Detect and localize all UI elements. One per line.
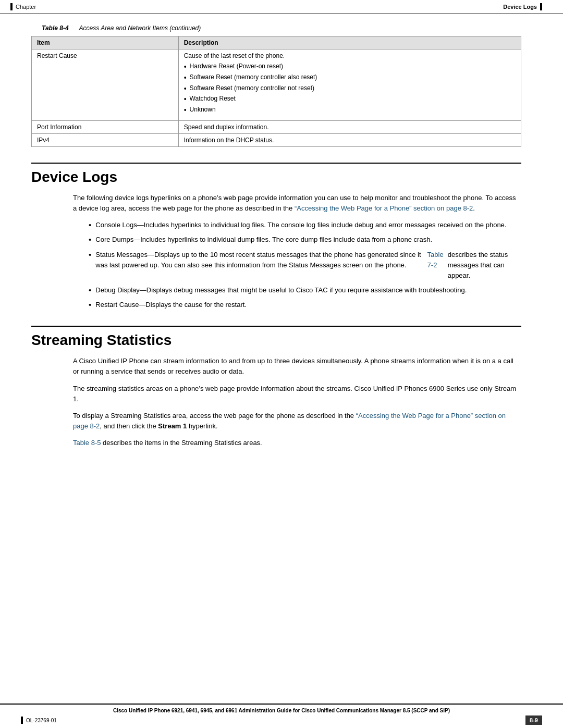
footer-doc-number: OL-23769-01 [26,718,57,723]
bullet-3-link[interactable]: Table 7-2 [427,250,444,270]
main-content: Table 8-4 Access Area and Network Items … [0,14,563,465]
header-left-bar-icon [10,3,13,10]
bullet-3-suffix: describes the status messages that can a… [448,250,521,281]
footer-left: OL-23769-01 [21,717,57,724]
streaming-para2: The streaming statistics areas on a phon… [31,384,521,404]
device-logs-bullet-2: Status Messages—Displays up to the 10 mo… [89,250,521,281]
table-bullet-item: Software Reset (memory controller also r… [184,72,516,83]
device-logs-bullet-0: Console Logs—Includes hyperlinks to indi… [89,220,521,230]
footer-bottom: OL-23769-01 8-9 [21,715,542,725]
streaming-para4-link[interactable]: Table 8-5 [73,439,101,447]
page-header: Chapter Device Logs [0,0,563,14]
streaming-para3: To display a Streaming Statistics area, … [31,411,521,431]
device-logs-heading: Device Logs [31,163,521,186]
streaming-para1: A Cisco Unified IP Phone can stream info… [31,356,521,377]
footer-main-text: Cisco Unified IP Phone 6921, 6941, 6945,… [21,708,542,713]
header-right-bar-icon [540,3,542,10]
table-bullet-item: Unknown [184,105,516,116]
streaming-para3-before: To display a Streaming Statistics area, … [73,412,356,419]
device-logs-para1-link[interactable]: “Accessing the Web Page for a Phone” sec… [295,204,473,212]
table-cell-desc-2: Information on the DHCP status. [178,133,521,146]
device-logs-bullet-3: Debug Display—Displays debug messages th… [89,285,521,295]
table-cell-item-0: Restart Cause [32,50,179,121]
footer-bar-icon [21,717,23,724]
table-cell-item-2: IPv4 [32,133,179,146]
footer-page-number: 8-9 [525,715,542,725]
streaming-para4-after: describes the items in the Streaming Sta… [101,439,262,447]
streaming-para4: Table 8-5 describes the items in the Str… [31,438,521,448]
col-header-item: Item [32,36,179,50]
table-caption: Table 8-4 Access Area and Network Items … [31,24,521,32]
access-area-table: Item Description Restart CauseCause of t… [31,36,521,147]
device-logs-bullet-list: Console Logs—Includes hyperlinks to indi… [31,220,521,310]
col-header-description: Description [178,36,521,50]
table-bullet-item: Watchdog Reset [184,94,516,105]
streaming-para3-after: , and then click the [100,422,158,430]
table-cell-item-1: Port Information [32,120,179,133]
streaming-statistics-heading: Streaming Statistics [31,326,521,349]
table-number: Table 8-4 [42,24,69,32]
streaming-para3-end: hyperlink. [187,422,217,430]
table-cell-desc-0: Cause of the last reset of the phone.Har… [178,50,521,121]
page-footer: Cisco Unified IP Phone 6921, 6941, 6945,… [0,704,563,728]
device-logs-para1: The following device logs hyperlinks on … [31,193,521,214]
table-cell-desc-1: Speed and duplex information. [178,120,521,133]
table-bullet-item: Software Reset (memory controller not re… [184,83,516,94]
streaming-para3-bold: Stream 1 [158,422,187,430]
header-left: Chapter [10,3,36,10]
bullet-3-text: Status Messages—Displays up to the 10 mo… [95,250,423,270]
table-bullet-item: Hardware Reset (Power-on reset) [184,61,516,72]
device-logs-bullet-1: Core Dumps—Includes hyperlinks to indivi… [89,235,521,245]
header-chapter-label: Chapter [16,4,36,10]
header-right: Device Logs [503,3,542,10]
header-section-label: Device Logs [503,4,537,10]
device-logs-para1-end: . [473,204,475,212]
table-title: Access Area and Network Items (continued… [79,24,201,32]
device-logs-bullet-4: Restart Cause—Displays the cause for the… [89,300,521,310]
